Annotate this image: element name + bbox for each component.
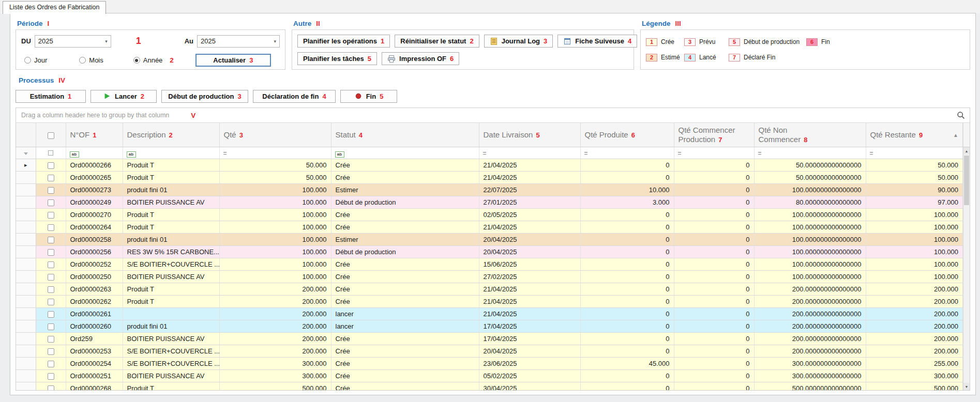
table-row[interactable]: Ord00000252S/E BOITIER+COUVERCLE ...100.… [16,258,963,271]
row-checkbox[interactable] [48,323,54,330]
table-row[interactable]: Ord00000250BOITIER PUISSANCE AV100.000Cr… [16,271,963,283]
filter-qte-restante[interactable] [866,147,963,159]
chevron-down-icon[interactable]: ▾ [274,39,276,44]
scroll-down-arrow[interactable]: ▼ [963,383,970,390]
table-row[interactable]: Ord00000268Produit T500.000Crée30/04/202… [16,382,963,391]
equals-filter-icon[interactable] [870,150,873,157]
group-by-dropzone[interactable]: Drag a column header here to group by th… [16,108,970,123]
table-row[interactable]: Ord259BOITIER PUISSANCE AV200.000Crée17/… [16,333,963,345]
equals-filter-icon[interactable] [584,150,588,157]
filter-qte[interactable] [219,147,331,159]
table-row[interactable]: Ord00000256RES 3W 5% 15R CARBONE...100.0… [16,246,963,258]
equals-filter-icon[interactable] [758,150,762,157]
search-button[interactable] [956,111,966,120]
table-row[interactable]: Ord00000262Produit T200.000Crée21/04/202… [16,296,963,308]
radio-circle[interactable] [24,57,31,64]
vertical-scrollbar[interactable]: ▲ ▼ [963,147,970,390]
text-filter-icon[interactable] [127,151,136,158]
radio-mois[interactable]: Mois [79,56,103,64]
row-checkbox[interactable] [48,385,54,390]
filter-qte-commencer[interactable] [674,147,754,159]
declaration-fin-button[interactable]: Déclaration de fin4 [253,90,336,103]
table-row[interactable]: ▸Ord00000266Produit T50.000Crée21/04/202… [16,159,963,172]
du-year-combobox[interactable]: 2025 ▾ [35,35,111,48]
row-checkbox[interactable] [48,261,54,268]
row-checkbox[interactable] [48,274,54,281]
row-checkbox[interactable] [48,311,54,318]
column-header-description[interactable]: Description2 [123,123,219,147]
journal-log-button[interactable]: Journal Log3 [484,35,553,48]
table-row[interactable]: Ord00000253S/E BOITIER+COUVERCLE ...200.… [16,345,963,358]
tab-liste-ordres-fabrication[interactable]: Liste des Ordres de Fabrication [3,1,106,14]
column-header-statut[interactable]: Statut4 [331,123,479,147]
text-filter-icon[interactable] [335,151,344,158]
column-header-qte-produite[interactable]: Qté Produite6 [580,123,674,147]
scrollbar-thumb[interactable] [964,156,969,205]
table-row[interactable]: Ord00000254S/E BOITIER+COUVERCLE ...300.… [16,358,963,370]
lancer-button[interactable]: Lancer2 [91,90,157,103]
row-checkbox[interactable] [48,286,54,293]
row-checkbox[interactable] [48,336,54,343]
row-checkbox[interactable] [48,361,54,367]
reinitialiser-statut-button[interactable]: Réinitialiser le statut2 [395,35,479,48]
table-row[interactable]: Ord00000264Produit T100.000Crée21/04/202… [16,221,963,234]
planifier-taches-button[interactable]: Planifier les tâches5 [297,52,377,65]
radio-circle[interactable] [79,57,86,64]
column-header-qte-restante[interactable]: Qté Restante9 ▲ [866,123,963,147]
filter-description[interactable] [123,147,219,159]
row-checkbox[interactable] [48,299,54,305]
filter-nof[interactable] [66,147,123,159]
filter-qte-produite[interactable] [580,147,674,159]
row-checkbox[interactable] [48,175,54,181]
row-checkbox[interactable] [48,224,54,231]
table-row[interactable]: Ord00000251BOITIER PUISSANCE AV300.000Cr… [16,370,963,382]
table-row[interactable]: Ord00000261200.000lancer21/04/202500200.… [16,308,963,320]
row-checkbox[interactable] [48,187,54,194]
chevron-down-icon[interactable]: ▾ [105,39,108,44]
radio-circle[interactable] [133,57,140,64]
column-header-qte[interactable]: Qté3 [219,123,331,147]
filter-statut[interactable] [331,147,479,159]
row-checkbox[interactable] [48,348,54,355]
table-row[interactable]: Ord00000270Produit T100.000Crée02/05/202… [16,209,963,221]
column-header-qte-non-commencer[interactable]: Qté Non Commencer8 [754,123,866,147]
debut-production-button[interactable]: Début de production3 [161,90,248,103]
row-checkbox[interactable] [48,237,54,243]
equals-filter-icon[interactable] [483,150,487,157]
table-row[interactable]: Ord00000258produit fini 01100.000Estimer… [16,234,963,246]
table-row[interactable]: Ord00000260produit fini 01200.000lancer1… [16,320,963,333]
radio-jour[interactable]: Jour [24,56,47,64]
column-header-qte-commencer-production[interactable]: Qté Commencer Production7 [674,123,754,147]
table-row[interactable]: Ord00000249BOITIER PUISSANCE AV100.000Dé… [16,196,963,209]
table-row[interactable]: Ord00000273produit fini 01100.000Estimer… [16,184,963,196]
filter-checkbox-cell[interactable] [36,147,66,159]
select-all-header[interactable] [36,123,66,147]
au-year-combobox[interactable]: 2025 ▾ [197,35,280,48]
table-row[interactable]: Ord00000263Produit T200.000Crée21/04/202… [16,283,963,296]
journal-icon [490,37,498,45]
select-all-checkbox[interactable] [48,132,54,139]
impression-of-button[interactable]: Impression OF6 [382,52,459,65]
equals-filter-icon[interactable] [223,150,227,157]
table-row[interactable]: Ord00000265Produit T50.000Crée21/04/2025… [16,172,963,184]
row-checkbox[interactable] [48,373,54,380]
estimation-button[interactable]: Estimation1 [16,90,86,103]
column-header-nof[interactable]: N°OF1 [66,123,123,147]
radio-annee[interactable]: Année [133,56,163,64]
filter-qte-non-commencer[interactable] [754,147,866,159]
row-checkbox[interactable] [48,162,54,169]
radio-jour-label: Jour [34,56,47,64]
row-checkbox[interactable] [48,249,54,256]
equals-filter-icon[interactable] [678,150,682,157]
text-filter-icon[interactable] [70,151,79,158]
du-year-value: 2025 [38,37,53,45]
row-checkbox[interactable] [48,212,54,219]
scroll-up-arrow[interactable]: ▲ [963,147,970,154]
column-header-date-livraison[interactable]: Date Livraison5 [479,123,580,147]
row-checkbox[interactable] [48,199,54,206]
filter-date-livraison[interactable] [479,147,580,159]
fin-button[interactable]: Fin5 [340,90,397,103]
fiche-suiveuse-button[interactable]: Fiche Suiveuse4 [557,35,637,48]
planifier-operations-button[interactable]: Planifier les opérations1 [297,35,390,48]
actualiser-button[interactable]: Actualiser 3 [195,54,271,67]
